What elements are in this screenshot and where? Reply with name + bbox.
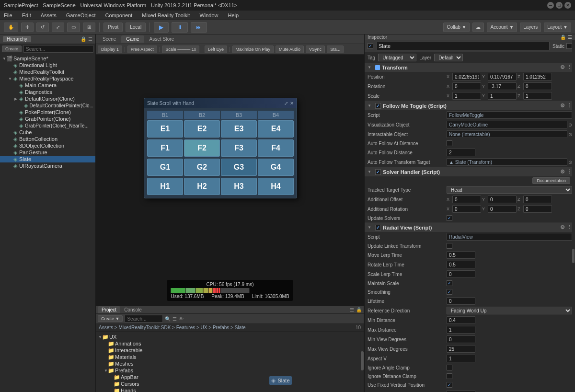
more-icon[interactable]: ⋮ (567, 64, 572, 70)
scale-tool[interactable]: ⤢ (52, 23, 64, 32)
hierarchy-search-input[interactable] (23, 45, 93, 53)
move-tool[interactable]: ✛ (21, 23, 34, 32)
tree-item-buttoncol[interactable]: ◈ ButtonCollection (0, 136, 95, 142)
tree-item-defaultcursor2[interactable]: ◈ DefaultControllerPointer(Clo... (0, 102, 95, 109)
pos-z-input[interactable] (523, 73, 552, 81)
more-icon[interactable]: ⋮ (567, 224, 572, 231)
hierarchy-create-button[interactable]: Create (2, 46, 22, 52)
scale-x-input[interactable] (452, 92, 481, 100)
auto-target-ref[interactable]: ▲ Slate (Transform) (447, 158, 567, 166)
lock-icon[interactable]: 🔒 (356, 307, 362, 312)
tree-item-maincam[interactable]: ◈ Main Camera (0, 82, 95, 89)
project-sidebar-scrollbar[interactable] (360, 332, 364, 392)
offset-z-input[interactable] (523, 196, 552, 203)
layers-button[interactable]: Layers (520, 23, 541, 32)
grid-cell-f1[interactable]: F1 (147, 139, 183, 157)
hand-tool[interactable]: ✋ (4, 23, 18, 32)
layer-select[interactable]: Default (434, 54, 463, 61)
tag-select[interactable]: Untagged (378, 54, 416, 61)
pivot-button[interactable]: Pivot (104, 23, 123, 32)
grid-cell-g4[interactable]: G4 (258, 159, 294, 176)
radial-enabled-checkbox[interactable] (375, 225, 381, 231)
sidebar-animations[interactable]: 📁 Animations (96, 340, 201, 347)
minimize-button[interactable]: ─ (547, 2, 554, 9)
viz-ref[interactable]: CarryModeOutline (447, 121, 567, 128)
sidebar-materials[interactable]: 📁 Materials (96, 354, 201, 360)
menu-help[interactable]: Help (226, 12, 241, 19)
scale-button[interactable]: Scale ——— 1x (162, 46, 199, 53)
rect-tool[interactable]: ▭ (67, 23, 80, 32)
rot-y-input[interactable] (488, 82, 517, 90)
tree-item-cube[interactable]: ◈ Cube (0, 129, 95, 136)
grid-cell-f3[interactable]: F3 (221, 139, 257, 157)
ignore-dist-checkbox[interactable] (447, 373, 452, 379)
tab-project[interactable]: Project (98, 306, 120, 313)
fixed-vert-input[interactable] (447, 390, 475, 392)
pause-button[interactable]: ⏸ (172, 22, 188, 33)
grid-cell-h2[interactable]: H2 (184, 178, 220, 195)
grid-cell-g2[interactable]: G2 (184, 159, 220, 176)
more-icon[interactable]: ☰ (568, 35, 572, 40)
local-button[interactable]: Local (126, 23, 146, 32)
maximize-button[interactable]: □ (556, 2, 563, 9)
grid-cell-h3[interactable]: H3 (221, 178, 257, 195)
project-create-button[interactable]: Create ▼ (98, 315, 123, 322)
use-fixed-checkbox[interactable] (447, 382, 452, 388)
collab-button[interactable]: Collab ▼ (443, 23, 470, 32)
hierarchy-more-icon[interactable]: ☰ (88, 36, 92, 42)
display-button[interactable]: Display 1 (98, 46, 122, 53)
auto-at-checkbox[interactable] (447, 140, 452, 146)
menu-component[interactable]: Component (103, 12, 134, 19)
tab-game[interactable]: Game (121, 35, 144, 43)
pos-x-input[interactable] (452, 73, 481, 81)
follow-me-header[interactable]: ▼ Follow Me Toggle (Script) ⚙ ⋮ (365, 101, 575, 110)
auto-follow-dist-input[interactable] (447, 149, 475, 156)
grid-cell-g1[interactable]: G1 (147, 159, 183, 176)
static-checkbox[interactable] (566, 43, 572, 49)
menu-mrtk[interactable]: Mixed Reality Toolkit (140, 12, 192, 19)
settings-icon[interactable]: ⚙ (560, 224, 565, 231)
sidebar-prefabs[interactable]: ▼ 📁 Prefabs (96, 367, 201, 374)
pos-y-input[interactable] (488, 73, 517, 81)
component-enabled-checkbox[interactable] (375, 103, 381, 109)
grid-cell-e1[interactable]: E1 (147, 120, 183, 138)
hierarchy-lock-icon[interactable]: 🔒 (80, 36, 86, 42)
scale-lerp-input[interactable] (447, 270, 475, 278)
transform-tool[interactable]: ⊞ (83, 23, 95, 32)
tree-item-3dobjcol[interactable]: ◈ 3DObjectCollection (0, 142, 95, 149)
rotate-lerp-input[interactable] (447, 261, 475, 268)
maintain-scale-checkbox[interactable] (447, 280, 452, 286)
expand-arrow[interactable]: ▼ (8, 76, 12, 81)
solver-header[interactable]: ▼ Solver Handler (Script) ⚙ ⋮ (365, 167, 575, 176)
update-solvers-checkbox[interactable] (447, 215, 452, 221)
offset-y-input[interactable] (488, 196, 517, 203)
menu-file[interactable]: File (2, 12, 14, 19)
tree-item-dirlight[interactable]: ◈ Directional Light (0, 62, 95, 69)
popup-close-icon[interactable]: ✕ (290, 101, 294, 106)
scale-z-input[interactable] (523, 92, 552, 100)
menu-assets[interactable]: Assets (39, 12, 58, 19)
aspect-button[interactable]: Free Aspect (127, 46, 157, 53)
more-icon[interactable]: ⋮ (567, 103, 572, 109)
min-view-input[interactable] (447, 335, 475, 343)
offset-x-input[interactable] (452, 196, 481, 203)
inspector-scrollbar-thumb[interactable] (572, 249, 575, 263)
tree-item-diagnostics[interactable]: ◈ Diagnostics (0, 89, 95, 95)
ref-dir-select[interactable]: Facing World Up (447, 307, 572, 314)
sidebar-cursors[interactable]: 📁 Cursors (96, 380, 201, 387)
rotation-x-input[interactable] (452, 205, 481, 213)
tab-asset-store[interactable]: Asset Store (145, 35, 179, 43)
lock-icon[interactable]: 🔒 (560, 35, 566, 40)
stats-button[interactable]: Sta... (327, 46, 344, 53)
rotate-tool[interactable]: ↺ (36, 23, 49, 32)
grid-cell-e2[interactable]: E2 (184, 120, 220, 138)
cloud-button[interactable]: ☁ (472, 23, 484, 32)
menu-window[interactable]: Window (197, 12, 220, 19)
tree-item-slate[interactable]: ◈ Slate (0, 156, 95, 162)
rot-z-input[interactable] (523, 82, 552, 90)
menu-gameobject[interactable]: GameObject (64, 12, 98, 19)
obj-pick-icon2[interactable]: ⊙ (568, 132, 572, 137)
hierarchy-tab[interactable]: Hierarchy (3, 36, 31, 42)
tree-item-grabpointer[interactable]: ◈ GrabPointer(Clone) (0, 115, 95, 122)
account-button[interactable]: Account ▼ (487, 23, 517, 32)
